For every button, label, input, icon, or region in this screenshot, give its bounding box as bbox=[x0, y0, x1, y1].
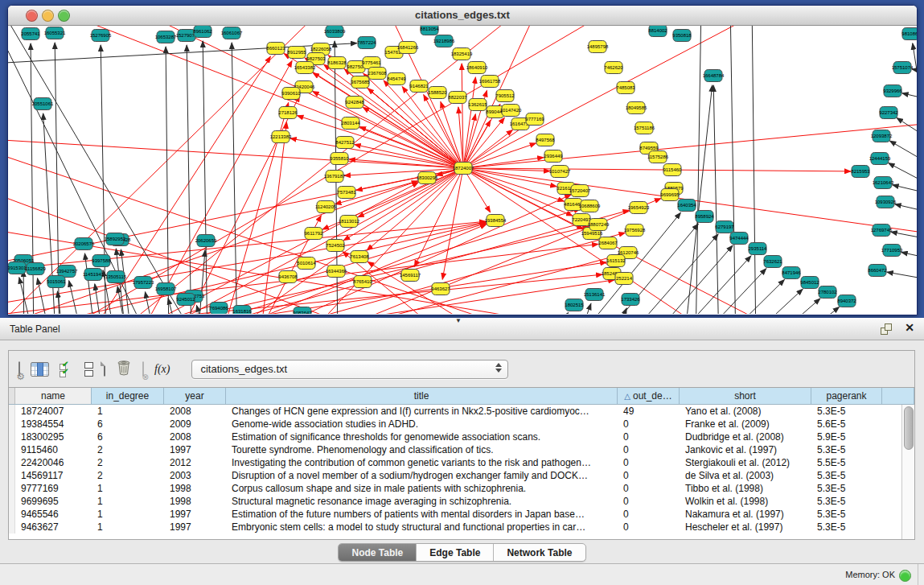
column-header-out-de-[interactable]: △out_de… bbox=[618, 388, 680, 404]
graph-node[interactable]: 17957223 bbox=[133, 277, 154, 289]
graph-node[interactable]: 12093872 bbox=[871, 130, 893, 142]
graph-node[interactable]: 2367608 bbox=[368, 68, 387, 80]
graph-node[interactable]: 8814002 bbox=[648, 26, 667, 37]
graph-node[interactable]: 8427512 bbox=[335, 137, 355, 149]
graph-node[interactable]: 10688609 bbox=[579, 200, 601, 212]
graph-node[interactable]: 12213383 bbox=[270, 131, 292, 143]
graph-node[interactable]: 14895798 bbox=[587, 41, 609, 53]
graph-node[interactable]: 19654923 bbox=[628, 202, 650, 214]
graph-node[interactable]: 2935114 bbox=[749, 243, 768, 255]
graph-node[interactable]: 9329966 bbox=[883, 85, 902, 97]
graph-node[interactable]: 7485083 bbox=[616, 82, 635, 94]
graph-node[interactable]: 9845012 bbox=[800, 277, 819, 289]
window-titlebar[interactable]: citations_edges.txt bbox=[8, 6, 917, 26]
graph-node[interactable]: 15276905 bbox=[90, 30, 112, 42]
graph-node[interactable]: 8497568 bbox=[536, 134, 555, 146]
graph-node[interactable]: 20551061 bbox=[32, 98, 54, 110]
graph-node[interactable]: 16210643 bbox=[873, 177, 894, 189]
graph-edge[interactable] bbox=[897, 118, 917, 146]
graph-node[interactable]: 9355810 bbox=[330, 153, 349, 165]
graph-edge[interactable] bbox=[105, 183, 418, 314]
close-panel-icon[interactable]: ✕ bbox=[905, 321, 914, 334]
table-scrollbar[interactable] bbox=[901, 405, 914, 539]
graph-edge[interactable] bbox=[367, 168, 463, 250]
graph-edge[interactable] bbox=[463, 125, 527, 168]
graph-node[interactable]: 3675685 bbox=[351, 76, 370, 89]
graph-node[interactable]: 10147420 bbox=[500, 105, 522, 117]
graph-node[interactable]: 7462620 bbox=[604, 62, 623, 74]
graph-node[interactable]: 9083642 bbox=[293, 307, 312, 315]
graph-node[interactable]: 9810862 bbox=[901, 28, 917, 40]
graph-node[interactable]: 1588520 bbox=[428, 87, 447, 99]
graph-node[interactable]: 9463627 bbox=[431, 283, 450, 295]
graph-node[interactable]: 16055321 bbox=[44, 27, 66, 39]
graph-node[interactable]: 1631816 bbox=[232, 306, 252, 315]
graph-node[interactable]: 1362615 bbox=[468, 99, 487, 111]
graph-node[interactable]: 7524502 bbox=[326, 240, 345, 252]
graph-node[interactable]: 16061067 bbox=[221, 27, 243, 39]
graph-node[interactable]: 11240205 bbox=[315, 201, 337, 213]
table-header-row[interactable]: namein_degreeyeartitle△out_de…shortpager… bbox=[9, 388, 914, 405]
graph-node[interactable]: 252214 bbox=[615, 273, 633, 285]
graph-node[interactable]: 18113012 bbox=[339, 216, 360, 228]
tab-node-table[interactable]: Node Table bbox=[339, 544, 416, 561]
graph-edge[interactable] bbox=[541, 312, 569, 314]
function-builder-icon[interactable]: f(x) bbox=[154, 363, 170, 376]
graph-node[interactable]: 7573481 bbox=[337, 187, 356, 199]
column-header-title[interactable]: title bbox=[226, 388, 618, 404]
float-panel-icon[interactable] bbox=[881, 323, 892, 335]
graph-node[interactable]: 8186328 bbox=[327, 57, 347, 69]
table-row[interactable]: 2242004622012Investigating the contribut… bbox=[9, 456, 914, 469]
graph-node[interactable]: 7905512 bbox=[495, 90, 515, 102]
graph-node[interactable]: 9245012 bbox=[176, 294, 195, 306]
graph-node[interactable]: 16841266 bbox=[397, 42, 419, 54]
graph-node[interactable]: 16033809 bbox=[324, 26, 346, 38]
graph-node[interactable]: 19756928 bbox=[624, 225, 646, 237]
graph-edge[interactable] bbox=[764, 299, 820, 314]
graph-node[interactable]: 2718126 bbox=[278, 107, 298, 119]
table-row[interactable]: 911546021997Tourette syndrome. Phenomeno… bbox=[9, 443, 914, 456]
graph-node[interactable]: 18640910 bbox=[466, 62, 488, 74]
graph-node[interactable]: 9397588 bbox=[92, 255, 111, 267]
graph-node[interactable]: 2684067 bbox=[598, 237, 618, 249]
column-header-year[interactable]: year bbox=[164, 388, 226, 404]
graph-edge[interactable] bbox=[23, 270, 24, 314]
graph-node[interactable]: 9699695 bbox=[660, 189, 680, 201]
graph-edge[interactable] bbox=[297, 116, 463, 168]
table-row[interactable]: 1830029562008Estimation of significance … bbox=[9, 431, 914, 443]
graph-node[interactable]: 13505115 bbox=[105, 271, 127, 283]
graph-node[interactable]: 9350818 bbox=[672, 30, 692, 42]
table-selector-combo[interactable]: citations_edges.txt bbox=[191, 360, 508, 379]
graph-node[interactable]: 5010614 bbox=[297, 257, 316, 270]
graph-node[interactable]: 6279197 bbox=[715, 221, 734, 233]
graph-node[interactable]: 2780102 bbox=[818, 286, 837, 299]
graph-edge[interactable] bbox=[895, 204, 917, 215]
graph-node[interactable]: 1802515 bbox=[565, 299, 584, 311]
column-header-name[interactable]: name bbox=[15, 388, 92, 404]
graph-node[interactable]: 18724007 bbox=[453, 163, 474, 175]
graph-node[interactable]: 1615132 bbox=[606, 255, 626, 267]
network-canvas[interactable]: 2055741160553211527690510653287152790728… bbox=[8, 26, 917, 314]
graph-node[interactable]: 2936449 bbox=[544, 150, 563, 163]
graph-node[interactable]: 7613408 bbox=[350, 251, 369, 263]
tab-network-table[interactable]: Network Table bbox=[493, 544, 585, 561]
table-row[interactable]: 946554611997Estimation of the future num… bbox=[9, 508, 914, 521]
graph-edge[interactable] bbox=[95, 284, 105, 314]
graph-node[interactable]: 9115460 bbox=[663, 164, 683, 176]
table-row[interactable]: 1456911722003Disruption of a novel membe… bbox=[9, 469, 914, 482]
graph-edge[interactable] bbox=[8, 181, 418, 314]
graph-node[interactable]: 7694086 bbox=[209, 303, 228, 315]
scrollbar-thumb[interactable] bbox=[904, 406, 914, 450]
graph-node[interactable]: 3915301 bbox=[8, 262, 27, 274]
graph-node[interactable]: 16543382 bbox=[294, 62, 316, 74]
minimize-traffic-light-icon[interactable] bbox=[42, 10, 54, 22]
graph-edge[interactable] bbox=[716, 279, 784, 314]
new-column-icon[interactable] bbox=[104, 362, 105, 377]
graph-node[interactable]: 18300295 bbox=[417, 172, 438, 184]
graph-edge[interactable] bbox=[730, 26, 736, 314]
table-row[interactable]: 1872400712008Changes of HCN gene express… bbox=[9, 405, 914, 418]
graph-node[interactable]: 12769745 bbox=[871, 225, 893, 237]
graph-edge[interactable] bbox=[913, 43, 917, 122]
column-header-short[interactable]: short bbox=[680, 388, 811, 404]
graph-node[interactable]: 9390610 bbox=[281, 88, 301, 100]
